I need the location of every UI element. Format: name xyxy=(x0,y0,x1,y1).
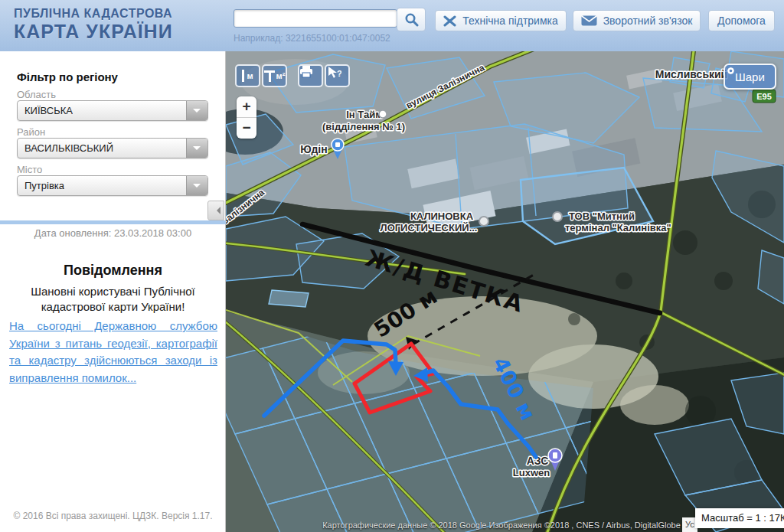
header: ПУБЛІЧНА КАДАСТРОВА КАРТА УКРАЇНИ Наприк… xyxy=(0,0,784,52)
logo-line2: КАРТА УКРАЇНИ xyxy=(14,21,173,43)
printer-icon xyxy=(299,66,313,78)
print-button[interactable] xyxy=(298,64,323,87)
sidebar: Фільтр по регіону Область КИЇВСЬКА Район… xyxy=(0,51,226,532)
measure-length-button[interactable]: м xyxy=(235,64,260,87)
ruler-icon xyxy=(242,70,244,82)
misto-select[interactable]: Путрівка xyxy=(17,175,208,196)
sidebar-divider xyxy=(0,220,226,224)
route-badge-e95: Е95 xyxy=(753,90,776,103)
label-terminal-1: ТОВ "Митний xyxy=(569,211,635,222)
message-title: Повідомлення xyxy=(0,263,226,279)
area-ruler-icon xyxy=(264,70,275,82)
measure-length-unit: м xyxy=(247,71,253,80)
label-terminal-2: термінал "Калинівка" xyxy=(565,222,671,233)
oblast-label: Область xyxy=(17,89,56,100)
logo-line1: ПУБЛІЧНА КАДАСТРОВА xyxy=(14,7,173,21)
message-greeting: Шановні користувачі Публічної кадастрово… xyxy=(15,284,211,315)
zoom-in-button[interactable]: + xyxy=(237,96,256,118)
collapse-sidebar-button[interactable] xyxy=(207,201,224,220)
search-input[interactable] xyxy=(234,9,397,28)
copyright-footer: © 2016 Всі права захищені. ЦДЗК. Версія … xyxy=(0,511,226,521)
wrench-icon xyxy=(443,15,456,27)
message-link[interactable]: На сьогодні Державною службою України з … xyxy=(9,318,217,387)
cursor-help-icon: ? xyxy=(326,66,341,80)
raion-label: Район xyxy=(17,126,45,138)
raion-select[interactable]: ВАСИЛЬКІВСЬКИЙ xyxy=(17,138,208,158)
label-yudin: Юдін xyxy=(300,143,327,155)
filter-title: Фільтр по регіону xyxy=(17,70,118,83)
layers-label: Шари xyxy=(735,70,765,83)
app-logo: ПУБЛІЧНА КАДАСТРОВА КАРТА УКРАЇНИ xyxy=(14,7,173,43)
tech-support-label: Технічна підтримка xyxy=(462,15,558,27)
tech-support-button[interactable]: Технічна підтримка xyxy=(435,10,567,31)
envelope-icon xyxy=(581,15,597,26)
map-canvas[interactable]: Мисливський Ін Тайм (відділення № 1) Юді… xyxy=(226,51,784,532)
feedback-label: Зворотний зв'язок xyxy=(603,15,693,27)
map-viewport[interactable]: Мисливський Ін Тайм (відділення № 1) Юді… xyxy=(226,51,784,532)
measure-area-button[interactable]: м² xyxy=(262,64,287,87)
help-label: Допомога xyxy=(717,15,766,27)
chevron-down-icon[interactable] xyxy=(186,101,207,120)
scale-indicator: Масштаб = 1 : 17К xyxy=(695,508,784,528)
label-azs-name: Luxwen xyxy=(513,467,550,478)
label-intaim-2: (відділення № 1) xyxy=(322,121,405,132)
gear-icon xyxy=(725,65,737,77)
search-icon xyxy=(404,12,419,27)
misto-value: Путрівка xyxy=(24,176,64,195)
update-date: Дата оновлення: 23.03.2018 03:00 xyxy=(0,227,226,239)
measure-area-unit: м² xyxy=(276,71,286,80)
zoom-out-button[interactable]: − xyxy=(237,118,256,139)
search-button[interactable] xyxy=(397,8,426,31)
oblast-value: КИЇВСЬКА xyxy=(24,101,73,120)
poi-dot-kalynovka[interactable] xyxy=(479,217,488,226)
svg-text:?: ? xyxy=(337,69,341,78)
label-myslyvskyi: Мисливський xyxy=(655,68,727,80)
poi-dot-intaim[interactable] xyxy=(379,110,387,118)
chevron-down-icon[interactable] xyxy=(186,139,207,158)
misto-label: Місто xyxy=(17,164,42,175)
chevron-down-icon[interactable] xyxy=(186,176,207,195)
svg-text:Е95: Е95 xyxy=(756,92,772,101)
poi-dot-terminal[interactable] xyxy=(553,212,562,221)
search-example-hint: Наприклад: 3221655100:01:047:0052 xyxy=(234,33,390,44)
zoom-control: + − xyxy=(237,96,256,139)
map-toolbar: м м² ? xyxy=(235,64,351,87)
cadastral-map-app: ПУБЛІЧНА КАДАСТРОВА КАРТА УКРАЇНИ Наприк… xyxy=(0,0,784,532)
oblast-select[interactable]: КИЇВСЬКА xyxy=(17,100,208,121)
label-kalynovka-1: КАЛИНОВКА xyxy=(410,211,474,222)
feedback-button[interactable]: Зворотний зв'язок xyxy=(573,10,701,31)
help-button[interactable]: Допомога xyxy=(708,10,775,31)
label-intaim-1: Ін Тайм xyxy=(346,109,383,120)
raion-value: ВАСИЛЬКІВСЬКИЙ xyxy=(24,139,113,158)
identify-button[interactable]: ? xyxy=(325,64,350,87)
label-kalynovka-2: ЛОГИСТИЧЕСКИЙ... xyxy=(381,222,478,233)
layers-button[interactable]: Шари xyxy=(724,64,776,90)
